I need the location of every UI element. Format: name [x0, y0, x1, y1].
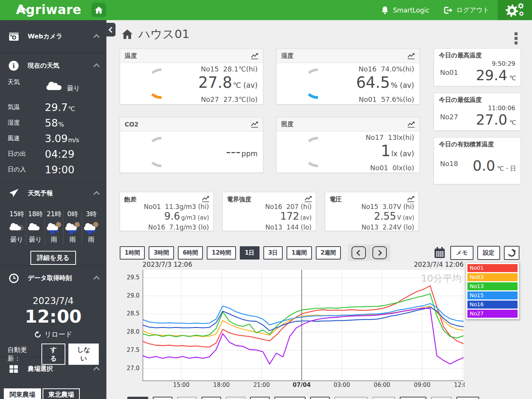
- stat-card-sensor: No27: [440, 113, 458, 121]
- sensor-toggle-button[interactable]: [456, 397, 479, 399]
- forecast-item: 15時曇り: [8, 210, 26, 245]
- sidebar-section-current-weather[interactable]: i 現在の天気: [8, 53, 99, 78]
- home-button[interactable]: [92, 3, 106, 17]
- sidebar-section-forecast[interactable]: 天気予報: [8, 182, 99, 204]
- gauge-average-unit: ppm: [241, 149, 258, 158]
- stat-card-sensor: No01: [440, 68, 458, 76]
- gauge-high-value: No17 13lx(hi): [366, 133, 414, 142]
- farm-button[interactable]: 関東農場: [4, 388, 41, 399]
- rain-icon: [63, 221, 82, 234]
- page-title: ハウス01: [122, 26, 190, 42]
- cloud-icon: [45, 78, 66, 93]
- range-button[interactable]: 1日: [240, 246, 259, 260]
- weather-row-unit: ℃: [68, 105, 75, 112]
- info-icon: i: [8, 61, 20, 71]
- x-axis-label: 21:00: [248, 382, 275, 388]
- more-options-button[interactable]: [515, 31, 518, 46]
- trend-chart-icon[interactable]: [251, 53, 258, 59]
- y-axis-label: 27.0: [120, 365, 139, 372]
- gauge-card-title: 湿度: [281, 52, 293, 60]
- chevron-up-icon: [93, 191, 100, 198]
- trend-chart-icon[interactable]: [407, 53, 415, 59]
- weather-row-label: 天気: [8, 78, 31, 86]
- x-axis-label: 06:00: [369, 382, 395, 388]
- forecast-condition: 曇り: [8, 235, 26, 244]
- sensor-toggle-button[interactable]: [431, 397, 452, 399]
- sensor-toggle-button[interactable]: [274, 397, 306, 399]
- x-axis-label: 12:00: [449, 382, 465, 388]
- gauge-low-value: No01 57.6%(lo): [356, 95, 414, 104]
- webcam-title: Webカメラ: [28, 32, 62, 41]
- range-button[interactable]: 3時間: [149, 246, 174, 260]
- range-button[interactable]: 12時間: [207, 246, 236, 260]
- weather-row-label: 日の入: [8, 166, 31, 174]
- range-button[interactable]: 1週間: [287, 246, 312, 260]
- chart-prev-button[interactable]: [352, 246, 366, 259]
- range-button[interactable]: 3日: [263, 246, 283, 260]
- reload-button[interactable]: リロード: [8, 330, 99, 339]
- chart-refresh-button[interactable]: [504, 246, 519, 260]
- logout-button[interactable]: ログアウト: [443, 6, 489, 14]
- series-toggle-row: [127, 397, 479, 399]
- stat-card-unit: ℃・日: [495, 165, 516, 172]
- sidebar-section-webcam[interactable]: Webカメラ: [8, 20, 99, 53]
- legend-item[interactable]: No01: [467, 264, 518, 272]
- trend-chart-icon[interactable]: [407, 121, 415, 128]
- smartlogic-menu[interactable]: SmartLogic: [381, 6, 429, 15]
- y-axis-label: 28.0: [120, 328, 139, 335]
- sensor-toggle-button[interactable]: [127, 397, 148, 399]
- mini-high-value: No01 11.3g/m3 (hi): [144, 203, 209, 211]
- legend-item[interactable]: No13: [467, 282, 518, 290]
- mini-card-values: No15 3.07V (hi)2.55V (av)No13 2.24V (lo): [361, 203, 414, 232]
- cloud-icon: [8, 221, 26, 234]
- settings-button[interactable]: 設定: [477, 246, 500, 260]
- gauge-values: No16 74.0%(hi)64.5% (av)No01 57.6%(lo): [356, 64, 414, 104]
- sensor-toggle-button[interactable]: [250, 397, 270, 399]
- mini-average-value: 172(av): [265, 211, 312, 223]
- range-button[interactable]: 2週間: [316, 246, 341, 260]
- chevron-up-icon: [93, 63, 100, 70]
- forecast-detail-button[interactable]: 詳細を見る: [30, 251, 76, 265]
- stat-card-sensor: No18: [440, 160, 458, 168]
- sensor-toggle-button[interactable]: [310, 397, 330, 399]
- logout-label: ログアウト: [456, 6, 489, 14]
- range-button[interactable]: 1時間: [120, 246, 145, 260]
- calendar-button[interactable]: [433, 247, 446, 259]
- sensor-toggle-button[interactable]: [226, 397, 245, 399]
- chart-next-button[interactable]: [372, 246, 387, 259]
- sensor-toggle-button[interactable]: [334, 397, 368, 399]
- auto-update-on-button[interactable]: する: [41, 344, 65, 365]
- sensor-toggle-button[interactable]: [372, 397, 395, 399]
- trend-chart-icon[interactable]: [251, 121, 258, 128]
- sidebar-collapse-button[interactable]: [106, 23, 116, 36]
- forecast-item: 18時曇り: [26, 210, 44, 245]
- gauge-values: No17 13lx(hi)1lx (av)No01 0lx(lo): [366, 133, 414, 173]
- gauge-card-co2: CO2---ppm: [120, 117, 263, 173]
- bell-icon: [381, 6, 389, 15]
- farm-button[interactable]: 東北農場: [43, 388, 80, 399]
- chart-pan-controls: [348, 244, 390, 261]
- gear-small-icon: [518, 3, 524, 9]
- sensor-toggle-button[interactable]: [400, 397, 426, 399]
- chevron-left-icon: [356, 250, 363, 256]
- gauge-card-temperature: 温度No15 28.1℃(hi)27.8℃ (av)No27 27.3℃(lo): [120, 49, 263, 104]
- legend-item[interactable]: No15: [467, 291, 518, 299]
- sensor-toggle-button[interactable]: [153, 397, 173, 399]
- app-header: Agriware SmartLogic ログアウト: [0, 0, 532, 20]
- legend-item[interactable]: No03: [467, 273, 518, 281]
- sidebar: Webカメラ i 現在の天気 天気曇り気温29.7℃湿度58%風速3.09m/s…: [0, 20, 106, 399]
- chevron-up-icon: [93, 367, 100, 373]
- stat-card-value: 29.4 ℃: [476, 67, 516, 84]
- legend-item[interactable]: No27: [467, 310, 518, 318]
- mini-average-unit: g/m3 (av): [181, 214, 209, 221]
- auto-update-off-button[interactable]: しない: [68, 344, 99, 365]
- sensor-toggle-button[interactable]: [201, 397, 221, 399]
- settings-gears-button[interactable]: [498, 0, 532, 20]
- reload-icon: [34, 331, 41, 338]
- gauge-card-title: 温度: [125, 52, 137, 60]
- range-button[interactable]: 6時間: [178, 246, 203, 260]
- memo-button[interactable]: メモ: [450, 246, 473, 260]
- sidebar-section-datatime[interactable]: データ取得時刻: [8, 266, 99, 290]
- sensor-toggle-button[interactable]: [177, 397, 197, 399]
- legend-item[interactable]: No16: [467, 301, 518, 309]
